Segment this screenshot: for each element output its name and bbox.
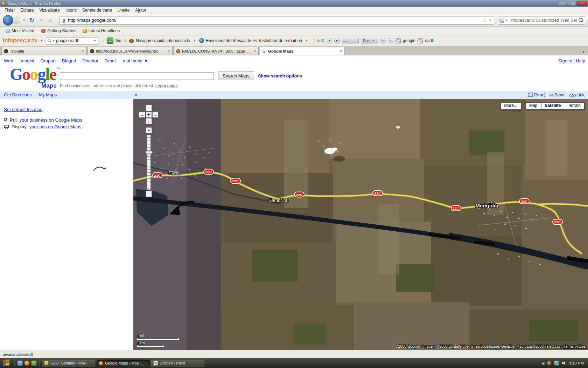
tab-google-maps[interactable]: g Google Maps × <box>260 47 345 55</box>
zoom-slider-track[interactable] <box>147 135 151 190</box>
tab-faclia-constanta[interactable]: FACLIA, CONSTANTA : Balti, iazuri ... × <box>174 47 259 55</box>
task-google-maps[interactable]: Google Maps - Mozi... <box>97 360 150 367</box>
instintator-link[interactable]: Instintator de e-mail-uri <box>259 38 302 43</box>
minimize-button[interactable]: — <box>558 1 567 6</box>
search-maps-button[interactable]: Search Maps <box>218 71 254 80</box>
tray-expand-icon[interactable]: ◀ <box>541 361 544 365</box>
show-search-options-link[interactable]: Show search options <box>258 74 302 79</box>
tab-tribur-overview[interactable]: http://ro8.tribur...en=overview&intro × <box>88 47 173 55</box>
task-paint[interactable]: Untitled - Paint <box>151 360 204 367</box>
zoom-out-button[interactable]: − <box>146 191 152 197</box>
infopescar-logo[interactable]: infopescar.tv <box>3 37 37 44</box>
map-type-terrain-button[interactable]: Terrain <box>564 102 584 110</box>
highlighter-icon[interactable]: ✎ <box>123 38 127 43</box>
link-web[interactable]: Web <box>4 58 13 63</box>
radio-station-select[interactable]: Rap ▼ <box>361 38 378 43</box>
link-bloguri[interactable]: Bloguri <box>62 58 76 63</box>
volume-up-button[interactable]: + <box>380 38 386 43</box>
your-business-link[interactable]: your business on Google Maps <box>20 117 82 123</box>
task-sentinel[interactable]: 8257. Sentinel - Mov... <box>42 360 95 367</box>
forward-button[interactable]: → <box>13 16 20 24</box>
web-search-input[interactable] <box>509 18 578 23</box>
search-engine-icon[interactable] <box>499 18 504 23</box>
quick-launch-show-desktop-icon[interactable] <box>17 360 23 366</box>
get-directions-link[interactable]: Get Directions <box>4 93 31 97</box>
send-button[interactable]: ✉ Send <box>549 93 565 98</box>
start-button[interactable] <box>3 359 10 367</box>
set-default-location-link[interactable]: Set default location <box>4 107 43 112</box>
your-ads-link[interactable]: your ads on Google Maps <box>29 124 82 129</box>
go-button-icon[interactable]: → <box>107 38 113 44</box>
maximize-button[interactable]: ❑ <box>568 1 577 6</box>
map-canvas[interactable]: ↑ ← → ↓ + − More... Map Satellite Terrai… <box>133 99 588 350</box>
pan-right-button[interactable]: → <box>152 111 159 118</box>
menu-unelte[interactable]: Unelte <box>115 7 132 13</box>
quick-launch-messenger-icon[interactable] <box>31 360 37 366</box>
learn-more-link[interactable]: Learn more. <box>155 83 178 88</box>
url-dropdown-icon[interactable]: ▼ <box>488 19 492 22</box>
link-button[interactable]: Link <box>569 93 584 97</box>
stop-button[interactable]: × <box>37 17 45 23</box>
history-dropdown-icon[interactable]: ▼ <box>22 19 26 22</box>
menu-fisier[interactable]: Fișier <box>2 7 17 13</box>
back-button[interactable]: ← <box>3 15 13 26</box>
engine-dropdown-icon[interactable]: ▼ <box>504 19 509 22</box>
link-director[interactable]: Director <box>82 58 98 63</box>
menu-semne-de-carte[interactable]: Semne de carte <box>80 7 114 13</box>
list-all-tabs-icon[interactable]: ▼ <box>582 50 587 55</box>
toolbar-search-box[interactable]: ▼ ▼ <box>46 37 98 45</box>
help-link[interactable]: Help <box>576 58 585 63</box>
tray-network-icon[interactable] <box>554 361 559 366</box>
earth-search-icon[interactable] <box>418 38 423 43</box>
terms-of-use-link[interactable]: Terms of Use <box>564 344 585 348</box>
earth-button-label[interactable]: earth <box>425 38 434 43</box>
search-type-dropdown-icon[interactable]: ▼ <box>51 39 56 42</box>
collapse-sidebar-button[interactable]: « <box>134 92 137 97</box>
search-history-dropdown-icon[interactable]: ▼ <box>92 39 97 42</box>
tab-close-icon[interactable]: × <box>254 49 256 54</box>
menu-editare[interactable]: Editare <box>18 7 36 13</box>
navigare-dropdown-icon[interactable]: ▼ <box>192 39 197 42</box>
quick-launch-firefox-icon[interactable] <box>24 360 30 366</box>
url-input[interactable] <box>66 18 482 23</box>
station-dropdown-icon[interactable]: ▼ <box>371 39 376 42</box>
tab-close-icon[interactable]: × <box>340 49 342 54</box>
volume-down-button[interactable]: − <box>388 38 393 43</box>
link-grupuri[interactable]: Grupuri <box>40 58 55 63</box>
pan-up-button[interactable]: ↑ <box>146 105 152 111</box>
pan-down-button[interactable]: ↓ <box>146 118 152 124</box>
link-mai-multe[interactable]: mai multe ▼ <box>123 58 148 63</box>
menu-ajutor[interactable]: Ajutor <box>133 7 148 13</box>
more-button[interactable]: More... <box>500 102 521 110</box>
bookmark-getting-started[interactable]: Getting Started <box>39 28 78 34</box>
map-type-map-button[interactable]: Map <box>525 102 541 110</box>
go-button-label[interactable]: Go <box>115 38 121 43</box>
stop-media-button[interactable]: ■ <box>327 38 332 43</box>
link-imagini[interactable]: Imagini <box>20 58 34 63</box>
close-button[interactable]: × <box>578 1 587 6</box>
bookmark-most-visited[interactable]: Most Visited <box>4 28 36 34</box>
tray-app-icon[interactable] <box>547 361 552 366</box>
window-titlebar[interactable]: Google Maps - Mozilla Firefox — ❑ × <box>0 0 588 7</box>
recenter-button[interactable] <box>146 111 152 118</box>
zoom-in-button[interactable]: + <box>146 127 152 134</box>
search-go-icon[interactable] <box>578 18 583 23</box>
menu-vizualizare[interactable]: Vizualizare <box>37 7 62 13</box>
tab-triburile[interactable]: Triburile × <box>1 47 86 55</box>
google-search-icon[interactable] <box>396 38 401 43</box>
emisiunea-link[interactable]: Emisiunea InfoPescar.tv <box>206 38 251 43</box>
menu-istoric[interactable]: Istoric <box>63 7 79 13</box>
my-maps-link[interactable]: My Maps <box>39 93 57 97</box>
tab-close-icon[interactable]: × <box>82 49 84 54</box>
pan-left-button[interactable]: ← <box>139 111 145 118</box>
google-button-label[interactable]: google <box>403 38 415 43</box>
signin-link[interactable]: Sign in <box>558 58 572 63</box>
play-media-button[interactable]: ▶ <box>334 38 340 43</box>
logo-dropdown-icon[interactable]: ▼ <box>39 39 44 42</box>
tray-volume-icon[interactable] <box>561 361 566 366</box>
url-bar[interactable]: g ☆ ▼ <box>59 16 494 25</box>
toolbar-search-input[interactable] <box>56 38 92 43</box>
map-type-satellite-button[interactable]: Satellite <box>541 102 564 110</box>
print-button[interactable]: Print <box>527 92 544 98</box>
instintator-dropdown-icon[interactable]: ▼ <box>304 39 309 42</box>
